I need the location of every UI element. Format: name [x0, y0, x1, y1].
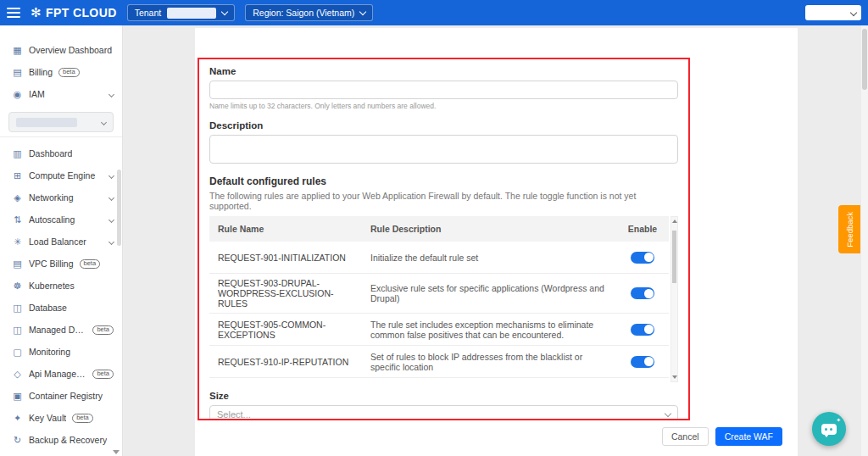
sidebar-scrollbar[interactable]	[117, 170, 121, 246]
create-waf-button[interactable]: Create WAF	[715, 427, 782, 446]
sidebar-item-label: Backup & Recovery	[29, 435, 107, 445]
rule-enable-toggle[interactable]	[631, 356, 654, 368]
sidebar-item-label: Database	[29, 303, 67, 313]
scrollbar-thumb[interactable]	[862, 29, 867, 90]
database-icon: ◫	[12, 303, 23, 314]
rule-row: REQUEST-910-IP-REPUTATIONSet of rules to…	[209, 346, 669, 378]
kubernetes-icon: ☸	[12, 281, 23, 292]
sidebar-item-networking[interactable]: ◈Networking	[0, 186, 122, 209]
sidebar-item-label: Billing	[29, 67, 53, 77]
size-label: Size	[209, 391, 678, 401]
sidebar-item-database[interactable]: ◫Database	[0, 297, 122, 319]
sidebar-item-label: IAM	[29, 89, 45, 99]
sidebar-item-monitoring[interactable]: ▢Monitoring	[0, 341, 122, 363]
name-label: Name	[209, 66, 678, 76]
tenant-value-field	[167, 8, 216, 19]
sidebar-item-managed-database[interactable]: ◫Managed Databasebeta	[0, 319, 122, 341]
sidebar-item-backup-recovery[interactable]: ↻Backup & Recovery	[0, 429, 122, 451]
sidebar-item-label: Compute Engine	[29, 170, 95, 181]
rule-enable-cell	[616, 356, 669, 368]
beta-badge: beta	[72, 414, 93, 423]
sidebar-item-kubernetes[interactable]: ☸Kubernetes	[0, 275, 122, 297]
region-label: Region: Saigon (Vietnam)	[253, 8, 354, 18]
sidebar-item-compute-engine[interactable]: ⊞Compute Engine	[0, 164, 122, 186]
networking-icon: ◈	[12, 192, 23, 203]
sidebar-item-label: Api Management	[29, 369, 86, 379]
vpc-billing-icon: ▤	[12, 259, 23, 270]
rules-table: Rule Name Rule Description Enable REQUES…	[209, 216, 678, 382]
main-panel: Name Name limits up to 32 characters. On…	[195, 28, 798, 456]
sidebar-item-label: Managed Database	[29, 325, 86, 335]
project-select[interactable]	[8, 112, 114, 132]
rules-title: Default configured rules	[209, 175, 678, 187]
rule-name: REQUEST-903-DRUPAL-WORDPRESS-EXCLUSION-R…	[209, 278, 362, 309]
sidebar-item-dashboard[interactable]: ▥Dashboard	[0, 142, 122, 164]
key-vault-icon: ✦	[12, 413, 23, 424]
backup-recovery-icon: ↻	[12, 435, 23, 446]
rule-name: REQUEST-910-IP-REPUTATION	[209, 357, 362, 367]
rules-table-scrollbar[interactable]	[670, 216, 678, 382]
sidebar-item-overview-dashboard[interactable]: ▦Overview Dashboard	[0, 39, 122, 61]
beta-badge: beta	[58, 68, 80, 77]
size-select-input[interactable]	[209, 405, 678, 420]
billing-icon: ▤	[12, 67, 23, 78]
name-input[interactable]	[209, 81, 678, 99]
sidebar: ▦Overview Dashboard▤Billingbeta◉IAM ▥Das…	[0, 25, 123, 456]
rules-table-header: Rule Name Rule Description Enable	[209, 216, 669, 242]
sidebar-item-autoscaling[interactable]: ⇅Autoscaling	[0, 209, 122, 231]
rule-row: REQUEST-905-COMMON-EXCEPTIONSThe rule se…	[209, 314, 669, 346]
region-select[interactable]: Region: Saigon (Vietnam)	[245, 4, 373, 21]
rule-description: Set of rules to block IP addresses from …	[362, 352, 616, 372]
chat-support-button[interactable]: ✦	[812, 412, 846, 446]
account-select[interactable]	[805, 5, 861, 20]
sidebar-item-container-registry[interactable]: ▣Container Registry	[0, 385, 122, 407]
sidebar-item-label: Autoscaling	[29, 214, 75, 225]
scrollbar-thumb[interactable]	[672, 231, 676, 283]
cancel-button[interactable]: Cancel	[662, 427, 709, 446]
size-select[interactable]	[209, 405, 678, 420]
sidebar-scroll-down-icon[interactable]	[113, 450, 120, 454]
rule-row: REQUEST-903-DRUPAL-WORDPRESS-EXCLUSION-R…	[209, 274, 669, 314]
sidebar-item-label: Networking	[29, 192, 74, 203]
managed-database-icon: ◫	[12, 325, 23, 336]
rule-enable-toggle[interactable]	[631, 252, 654, 264]
brand-text: FPT CLOUD	[46, 6, 117, 19]
brand-logo: ✻ FPT CLOUD	[31, 5, 117, 20]
rule-enable-cell	[616, 252, 669, 264]
sidebar-item-billing[interactable]: ▤Billingbeta	[0, 61, 122, 83]
overview-dashboard-icon: ▦	[12, 45, 23, 56]
rule-enable-toggle[interactable]	[631, 287, 654, 299]
beta-badge: beta	[92, 370, 114, 379]
container-registry-icon: ▣	[12, 391, 23, 402]
name-helper: Name limits up to 32 characters. Only le…	[209, 102, 678, 110]
rule-description: Initialize the default rule set	[362, 253, 616, 263]
scroll-up-icon[interactable]	[672, 220, 677, 223]
beta-badge: beta	[80, 259, 101, 269]
project-select-value	[16, 118, 77, 127]
rule-enable-toggle[interactable]	[631, 324, 654, 336]
scroll-down-icon[interactable]	[672, 375, 677, 379]
sidebar-item-load-balancer[interactable]: ✳Load Balancer	[0, 231, 122, 253]
chevron-down-icon	[101, 119, 107, 125]
sidebar-item-vpc-billing[interactable]: ▤VPC Billingbeta	[0, 253, 122, 275]
tenant-select[interactable]: Tenant	[127, 4, 236, 21]
sparkle-icon: ✦	[836, 417, 841, 424]
rules-table-body: REQUEST-901-INITIALIZATIONInitialize the…	[209, 242, 669, 378]
sidebar-item-iam[interactable]: ◉IAM	[0, 83, 122, 105]
sidebar-divider	[0, 136, 122, 137]
chevron-down-icon	[108, 172, 114, 178]
rule-description: The rule set includes exception mechanis…	[362, 320, 616, 340]
sidebar-nav-main: ▥Dashboard⊞Compute Engine◈Networking⇅Aut…	[0, 142, 122, 451]
sidebar-item-label: Dashboard	[29, 148, 72, 158]
column-enable: Enable	[616, 224, 669, 234]
menu-icon[interactable]	[7, 8, 20, 18]
sidebar-item-key-vault[interactable]: ✦Key Vaultbeta	[0, 407, 122, 429]
sidebar-item-label: Overview Dashboard	[29, 45, 112, 55]
chevron-down-icon	[221, 8, 228, 14]
sidebar-item-api-management[interactable]: ◇Api Managementbeta	[0, 363, 122, 385]
description-input[interactable]	[209, 135, 678, 164]
page-scrollbar[interactable]	[861, 25, 868, 456]
chat-bubble-icon	[821, 424, 837, 435]
feedback-tab[interactable]: Feedback	[838, 205, 860, 253]
dashboard-icon: ▥	[12, 148, 23, 159]
